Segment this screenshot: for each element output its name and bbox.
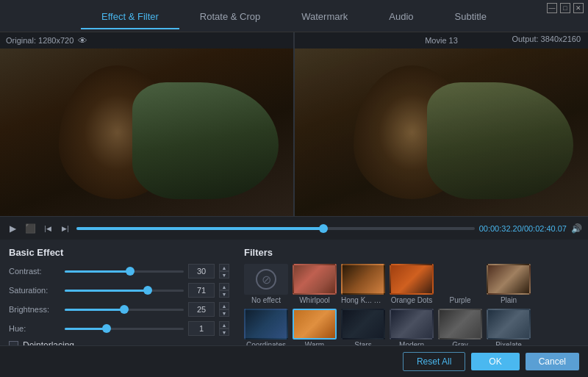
- original-video: [0, 49, 293, 216]
- filter-purple[interactable]: Purple: [438, 264, 482, 304]
- filter-label-pixelate: Pixelate: [495, 341, 522, 345]
- brightness-row: Brightness: 25 ▲ ▼: [9, 302, 229, 317]
- tab-effect-filter[interactable]: Effect & Filter: [81, 5, 179, 29]
- preview-area: Original: 1280x720 👁 Movie 13 Output: 38…: [0, 32, 588, 216]
- title-bar: — □ ✕: [542, 0, 588, 16]
- brightness-down[interactable]: ▼: [219, 309, 229, 317]
- filter-stars[interactable]: Stars: [341, 309, 385, 345]
- stop-button[interactable]: ⬛: [24, 222, 37, 235]
- volume-icon[interactable]: 🔊: [571, 223, 582, 234]
- bottom-panel: Basic Effect Contrast: 30 ▲ ▼ Satur: [0, 240, 588, 345]
- movie-label: Movie 13: [425, 36, 458, 45]
- hue-fill: [65, 328, 107, 330]
- filters-title: Filters: [244, 247, 579, 258]
- basic-effect-section: Basic Effect Contrast: 30 ▲ ▼ Satur: [9, 247, 229, 338]
- filter-coordinates[interactable]: Coordinates: [244, 309, 288, 345]
- timeline-track[interactable]: [76, 227, 475, 230]
- maximize-button[interactable]: □: [560, 3, 570, 13]
- filters-section: Filters ⊘ No effect Whirlpool Ho: [244, 247, 579, 338]
- filter-thumb-plain: [487, 264, 531, 295]
- brightness-label: Brightness:: [9, 305, 60, 314]
- filter-thumb-purple: [438, 264, 482, 295]
- contrast-up[interactable]: ▲: [219, 264, 229, 271]
- saturation-slider[interactable]: [65, 284, 184, 296]
- contrast-row: Contrast: 30 ▲ ▼: [9, 264, 229, 279]
- tab-watermark[interactable]: Watermark: [281, 5, 368, 29]
- hue-thumb[interactable]: [102, 324, 111, 333]
- filter-warm[interactable]: Warm: [293, 309, 337, 345]
- filter-thumb-coordinates: [244, 309, 288, 340]
- timeline-fill: [76, 227, 323, 230]
- saturation-spinner: ▲ ▼: [219, 283, 229, 298]
- minimize-button[interactable]: —: [547, 3, 557, 13]
- output-video: [295, 49, 588, 216]
- bottom-action-bar: Reset All OK Cancel: [0, 345, 588, 377]
- filter-hongkong[interactable]: Hong K... Movie: [341, 264, 385, 304]
- filter-orange-dots[interactable]: Orange Dots: [390, 264, 434, 304]
- filter-label-coordinates: Coordinates: [246, 341, 286, 345]
- original-frame: [0, 49, 293, 216]
- contrast-down[interactable]: ▼: [219, 271, 229, 279]
- hue-slider[interactable]: [65, 323, 184, 334]
- time-current: 00:00:32.20: [479, 224, 522, 233]
- hue-spinner: ▲ ▼: [219, 321, 229, 336]
- brightness-value[interactable]: 25: [188, 302, 215, 317]
- filter-label-stars: Stars: [354, 341, 371, 345]
- contrast-thumb[interactable]: [126, 267, 135, 276]
- saturation-fill: [65, 290, 148, 292]
- ok-button[interactable]: OK: [471, 353, 519, 370]
- tab-subtitle[interactable]: Subtitle: [434, 5, 507, 29]
- time-display: 00:00:32.20/00:02:40.07: [479, 224, 567, 233]
- eye-icon[interactable]: 👁: [78, 35, 87, 46]
- brightness-up[interactable]: ▲: [219, 302, 229, 309]
- saturation-label: Saturation:: [9, 286, 60, 295]
- contrast-spinner: ▲ ▼: [219, 264, 229, 279]
- next-button[interactable]: ▶|: [59, 222, 72, 235]
- reset-all-button[interactable]: Reset All: [403, 352, 465, 371]
- filter-plain[interactable]: Plain: [487, 264, 531, 304]
- hue-value[interactable]: 1: [188, 321, 215, 336]
- saturation-value[interactable]: 71: [188, 283, 215, 298]
- filter-thumb-hongkong: [341, 264, 385, 295]
- hue-up[interactable]: ▲: [219, 321, 229, 328]
- tab-audio[interactable]: Audio: [368, 5, 434, 29]
- hue-row: Hue: 1 ▲ ▼: [9, 321, 229, 336]
- no-effect-circle: ⊘: [256, 269, 276, 290]
- contrast-label: Contrast:: [9, 267, 60, 276]
- time-total: 00:02:40.07: [524, 224, 567, 233]
- output-label: Output: 3840x2160: [512, 35, 581, 43]
- filter-label-purple: Purple: [450, 296, 471, 304]
- controls-bar: ▶ ⬛ |◀ ▶| 00:00:32.20/00:02:40.07 🔊: [0, 216, 588, 240]
- saturation-up[interactable]: ▲: [219, 283, 229, 290]
- filter-no-effect[interactable]: ⊘ No effect: [244, 264, 288, 304]
- filter-label-no-effect: No effect: [251, 296, 281, 304]
- tab-rotate-crop[interactable]: Rotate & Crop: [179, 5, 281, 29]
- contrast-value[interactable]: 30: [188, 264, 215, 279]
- output-frame: [295, 49, 588, 216]
- filter-thumb-warm: [293, 309, 337, 340]
- filter-pixelate[interactable]: Pixelate: [487, 309, 531, 345]
- close-button[interactable]: ✕: [573, 3, 584, 13]
- contrast-slider[interactable]: [65, 265, 184, 277]
- hue-down[interactable]: ▼: [219, 328, 229, 336]
- timeline-thumb[interactable]: [319, 224, 328, 233]
- prev-button[interactable]: |◀: [41, 222, 54, 235]
- filter-modern[interactable]: Modern: [390, 309, 434, 345]
- filter-thumb-pixelate: [487, 309, 531, 340]
- tab-bar: Effect & Filter Rotate & Crop Watermark …: [0, 0, 588, 32]
- deinterlacing-row: Deinterlacing: [9, 340, 229, 345]
- filter-thumb-stars: [341, 309, 385, 340]
- brightness-thumb[interactable]: [120, 305, 129, 314]
- filter-whirlpool[interactable]: Whirlpool: [293, 264, 337, 304]
- cancel-button[interactable]: Cancel: [526, 353, 579, 370]
- filter-label-plain: Plain: [501, 296, 517, 304]
- filter-gray[interactable]: Gray: [438, 309, 482, 345]
- filter-thumb-whirlpool: [293, 264, 337, 295]
- play-button[interactable]: ▶: [6, 222, 19, 235]
- saturation-down[interactable]: ▼: [219, 290, 229, 298]
- filter-label-orange: Orange Dots: [391, 296, 433, 304]
- saturation-thumb[interactable]: [143, 286, 152, 295]
- brightness-slider[interactable]: [65, 304, 184, 315]
- brightness-spinner: ▲ ▼: [219, 302, 229, 317]
- filter-empty: [535, 264, 579, 304]
